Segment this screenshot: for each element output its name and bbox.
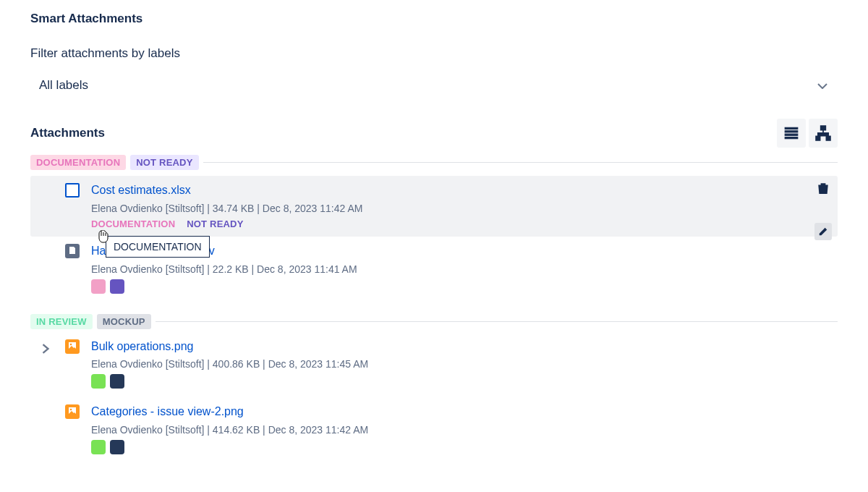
- attachment-name-link[interactable]: Bulk operations.png: [91, 339, 832, 355]
- delete-button[interactable]: [817, 182, 830, 197]
- label-chip-green[interactable]: [91, 374, 106, 389]
- attachment-row[interactable]: Categories - issue view-2.png Elena Ovdi…: [30, 396, 838, 462]
- tree-view-button[interactable]: [809, 119, 838, 148]
- attachment-label-notready[interactable]: NOT READY: [187, 219, 243, 229]
- attachment-row[interactable]: Cost estimates.xlsx Elena Ovdienko [Stil…: [30, 176, 838, 237]
- file-icon: [65, 339, 80, 354]
- group-header: DOCUMENTATION NOT READY: [30, 155, 838, 170]
- chevron-down-icon: [817, 78, 827, 93]
- attachment-meta: Elena Ovdienko [Stiltsoft] | 414.62 KB |…: [91, 424, 832, 436]
- expand-toggle[interactable]: [41, 344, 52, 355]
- svg-point-10: [70, 409, 72, 411]
- attachment-meta: Elena Ovdienko [Stiltsoft] | 400.86 KB |…: [91, 358, 832, 370]
- svg-rect-0: [785, 127, 798, 129]
- tooltip: DOCUMENTATION: [106, 236, 210, 258]
- attachments-section-title: Attachments: [30, 126, 105, 140]
- label-chip-purple[interactable]: [110, 279, 124, 294]
- filter-dropdown[interactable]: All labels: [30, 71, 838, 100]
- sitemap-icon: [815, 125, 831, 141]
- svg-rect-3: [785, 137, 798, 139]
- group-label-mockup: MOCKUP: [97, 314, 151, 329]
- cursor-pointer-icon: [98, 230, 110, 245]
- attachment-row[interactable]: Bulk operations.png Elena Ovdienko [Stil…: [30, 335, 838, 396]
- label-chip-navy[interactable]: [110, 440, 124, 454]
- file-icon: [65, 404, 80, 419]
- filter-label: Filter attachments by labels: [30, 46, 838, 61]
- group-label-documentation: DOCUMENTATION: [30, 155, 126, 170]
- attachment-name-link[interactable]: Categories - issue view-2.png: [91, 404, 832, 420]
- filter-dropdown-value: All labels: [39, 78, 88, 93]
- group-header: IN REVIEW MOCKUP: [30, 314, 838, 329]
- chevron-right-icon: [41, 344, 51, 354]
- divider: [203, 162, 838, 163]
- group-label-notready: NOT READY: [130, 155, 198, 170]
- label-chip-navy[interactable]: [110, 374, 124, 389]
- label-chip-pink[interactable]: [91, 279, 106, 294]
- svg-rect-5: [816, 136, 820, 140]
- checkbox-icon[interactable]: [65, 183, 80, 198]
- attachment-meta: Elena Ovdienko [Stiltsoft] | 34.74 KB | …: [91, 203, 832, 214]
- svg-rect-6: [826, 136, 830, 140]
- divider: [156, 321, 838, 322]
- attachment-group: IN REVIEW MOCKUP Bulk operations.png Ele…: [30, 314, 838, 462]
- svg-rect-4: [821, 126, 826, 130]
- svg-rect-1: [785, 131, 798, 132]
- image-icon: [68, 342, 77, 350]
- group-label-inreview: IN REVIEW: [30, 314, 93, 329]
- trash-icon: [817, 182, 830, 195]
- list-icon: [783, 125, 799, 141]
- page-title: Smart Attachments: [30, 12, 838, 26]
- svg-rect-2: [785, 134, 798, 135]
- attachment-meta: Elena Ovdienko [Stiltsoft] | 22.2 KB | D…: [91, 263, 832, 275]
- image-icon: [68, 407, 77, 415]
- list-view-button[interactable]: [777, 119, 806, 148]
- attachment-group: DOCUMENTATION NOT READY Cost estimates.x…: [30, 155, 838, 301]
- attachment-label-documentation[interactable]: DOCUMENTATION: [91, 219, 175, 229]
- document-icon: [68, 246, 77, 255]
- svg-point-8: [70, 343, 72, 345]
- pencil-icon: [818, 226, 828, 237]
- attachment-name-link[interactable]: Cost estimates.xlsx: [91, 183, 832, 198]
- label-chip-green[interactable]: [91, 440, 106, 454]
- file-icon: [65, 244, 80, 258]
